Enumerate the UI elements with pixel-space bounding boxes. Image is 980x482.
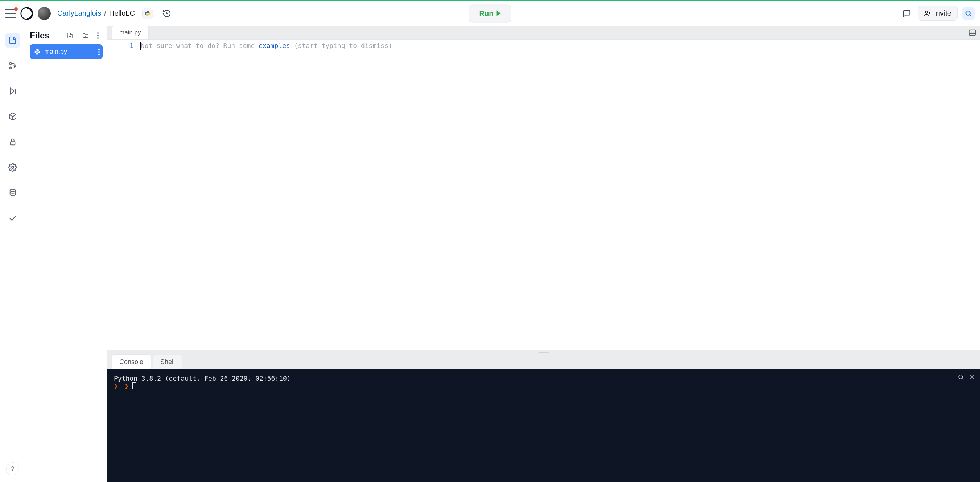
pane-resize-handle[interactable]: [107, 350, 980, 355]
svg-point-2: [148, 15, 148, 15]
svg-point-8: [10, 63, 11, 65]
file-icon: [8, 36, 17, 45]
editor-hint: Not sure what to do? Run some examples (…: [141, 42, 393, 49]
svg-rect-14: [10, 142, 15, 145]
files-panel: Files main.py: [25, 26, 107, 482]
help-button[interactable]: ?: [6, 463, 19, 476]
avatar[interactable]: [38, 7, 51, 20]
console-prompt-line: ❯ ❯: [114, 382, 974, 390]
svg-point-6: [966, 11, 970, 15]
breadcrumb-project[interactable]: HelloLC: [109, 9, 135, 18]
file-tree-item[interactable]: main.py: [30, 44, 103, 59]
svg-line-25: [962, 378, 963, 380]
package-icon: [8, 112, 17, 121]
search-button[interactable]: [962, 7, 975, 20]
svg-point-24: [959, 375, 963, 379]
svg-marker-11: [11, 88, 14, 94]
play-icon: [496, 11, 501, 16]
gutter: 1: [107, 40, 140, 350]
layout-icon: [968, 29, 976, 37]
file-more-button[interactable]: [98, 49, 100, 55]
rail-version-control[interactable]: [5, 58, 20, 73]
breadcrumb: CarlyLanglois / HelloLC: [57, 9, 135, 18]
invite-icon: [924, 10, 931, 17]
search-icon: [965, 10, 972, 17]
examples-link[interactable]: examples: [259, 42, 290, 49]
side-rail: ?: [0, 26, 25, 482]
debugger-icon: [8, 87, 17, 96]
more-vertical-icon: [98, 49, 100, 55]
rail-debugger[interactable]: [5, 83, 20, 99]
branch-icon: [8, 61, 17, 70]
bottom-tabs: Console Shell: [107, 355, 980, 369]
svg-point-9: [10, 67, 11, 69]
svg-point-16: [10, 190, 15, 192]
svg-point-3: [925, 11, 928, 13]
invite-button[interactable]: Invite: [918, 6, 958, 21]
language-python-icon[interactable]: [142, 8, 153, 19]
rail-tests[interactable]: [5, 211, 20, 226]
new-folder-button[interactable]: [81, 31, 90, 40]
tab-shell[interactable]: Shell: [153, 354, 182, 369]
rail-database[interactable]: [5, 185, 20, 200]
check-icon: [8, 214, 17, 222]
run-button[interactable]: Run: [469, 4, 511, 22]
run-button-label: Run: [479, 9, 494, 18]
menu-button[interactable]: [5, 9, 16, 18]
line-number: 1: [107, 42, 134, 49]
breadcrumb-user[interactable]: CarlyLanglois: [57, 9, 101, 18]
new-file-button[interactable]: [65, 31, 75, 40]
main-pane: main.py 1 Not sure what to do? Run some …: [107, 26, 980, 482]
search-icon: [958, 374, 964, 380]
header-center: Run: [469, 4, 511, 22]
close-icon: [969, 374, 975, 380]
svg-point-0: [21, 7, 33, 19]
tab-console[interactable]: Console: [112, 354, 151, 369]
prompt-icon: ❯ ❯: [114, 382, 130, 390]
breadcrumb-separator: /: [104, 9, 106, 18]
new-folder-icon: [82, 32, 89, 39]
files-more-button[interactable]: [93, 31, 103, 40]
lock-icon: [9, 138, 17, 146]
svg-line-7: [969, 14, 971, 16]
files-header: Files: [30, 30, 103, 41]
svg-point-15: [12, 166, 14, 168]
files-title: Files: [30, 30, 62, 41]
code-area[interactable]: Not sure what to do? Run some examples (…: [140, 40, 980, 350]
more-vertical-icon: [97, 32, 99, 39]
console-cursor-icon: [132, 382, 136, 389]
rail-settings[interactable]: [5, 160, 20, 175]
svg-point-10: [14, 65, 16, 67]
rail-secrets[interactable]: [5, 134, 20, 150]
history-icon[interactable]: [160, 7, 173, 20]
editor-tab[interactable]: main.py: [112, 26, 149, 39]
file-name: main.py: [44, 48, 67, 56]
header-left: CarlyLanglois / HelloLC: [5, 7, 173, 20]
console-panel[interactable]: Python 3.8.2 (default, Feb 26 2020, 02:5…: [107, 369, 980, 482]
app-header: CarlyLanglois / HelloLC Run Invite: [0, 0, 980, 26]
invite-label: Invite: [934, 9, 951, 18]
code-editor[interactable]: 1 Not sure what to do? Run some examples…: [107, 39, 980, 350]
console-output-line: Python 3.8.2 (default, Feb 26 2020, 02:5…: [114, 375, 974, 382]
editor-layout-button[interactable]: [968, 29, 976, 37]
rail-files[interactable]: [5, 33, 20, 48]
svg-rect-21: [969, 30, 976, 35]
rail-packages[interactable]: [5, 109, 20, 124]
editor-tabs: main.py: [107, 26, 980, 39]
svg-point-1: [146, 11, 147, 11]
chat-icon[interactable]: [900, 7, 913, 20]
replit-logo-icon[interactable]: [20, 7, 33, 20]
console-clear-button[interactable]: [969, 374, 975, 380]
console-search-button[interactable]: [958, 374, 964, 380]
gear-icon: [8, 163, 17, 172]
header-right: Invite: [900, 6, 975, 21]
python-file-icon: [34, 49, 41, 55]
database-icon: [9, 189, 17, 197]
notification-dot-icon: [14, 7, 18, 11]
new-file-icon: [67, 32, 73, 39]
workspace: ? Files main.py main.p: [0, 26, 980, 482]
